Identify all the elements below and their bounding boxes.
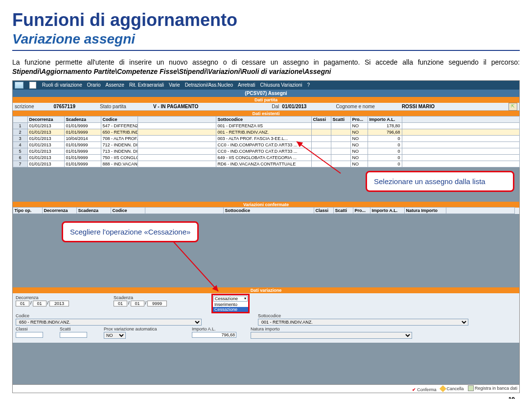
col-sottocodice: Sottocodice (216, 116, 312, 123)
iscrizione-label: scrizione (15, 104, 34, 109)
natura-label: Natura importo (251, 327, 309, 331)
app-window: Ruoli di variazione Orario Assenze Rit. … (12, 80, 520, 393)
cell-importo: 796,68 (368, 129, 402, 136)
natura-select[interactable] (251, 332, 412, 339)
page-title: Funzioni di aggiornamento (12, 10, 520, 30)
col2-natura: Natura Importo (404, 207, 446, 214)
conferma-button[interactable]: ✔Conferma (412, 387, 437, 392)
section-dati-variazione: Dati variazione (13, 287, 519, 293)
row-number: 7 (13, 161, 28, 167)
eraser-icon (439, 385, 446, 392)
row-number: 1 (13, 122, 28, 129)
decorrenza-day[interactable] (16, 301, 29, 306)
svg-line-1 (172, 240, 218, 291)
table-row[interactable]: 201/01/201301/01/9999650 - RETRIB.INDIV.… (13, 129, 519, 136)
window-icon (29, 82, 36, 89)
menu-item[interactable]: ? (307, 82, 310, 88)
importo-label: Importo A.L. (192, 327, 241, 331)
scadenza-day[interactable] (114, 301, 127, 306)
menu-item[interactable]: Detrazioni/Ass.Nucleo (185, 82, 233, 88)
check-icon: ✔ (412, 387, 416, 392)
divider (12, 50, 520, 51)
decorrenza-label: Decorrenza (16, 295, 104, 300)
tipo-op-option[interactable]: Cessazione (213, 307, 248, 312)
cell-importo: 0 (368, 141, 402, 148)
col2-sottocodice: Sottocodice (223, 207, 314, 214)
classi-label: Classi (16, 327, 50, 331)
stato-label: Stato partita (100, 104, 126, 109)
section-dati-partita: Dati partita (13, 97, 519, 103)
row-number: 4 (13, 141, 28, 148)
table-row[interactable]: 601/01/201301/01/9999750 - IIS CONGLOBAT… (13, 155, 519, 161)
scadenza-month[interactable] (131, 301, 144, 306)
col-blank (138, 116, 216, 123)
iscrizione-value: 07657119 (53, 104, 75, 109)
col2-tipoop: Tipo op. (13, 207, 43, 214)
col2-importo: Importo A.L. (370, 207, 405, 214)
col-scadenza: Scadenza (64, 116, 101, 123)
registra-button[interactable]: Registra in banca dati (468, 385, 517, 391)
table2-header: Tipo op. Decorrenza Scadenza Codice Sott… (13, 208, 519, 214)
decorrenza-year[interactable] (49, 301, 69, 306)
table-row[interactable]: 401/01/201301/01/9999712 - INDENN. DI CO… (13, 142, 519, 148)
prox-select[interactable]: NO (104, 332, 126, 339)
menu-item[interactable]: Rit. Extraerariali (129, 82, 164, 88)
menu-item[interactable]: Arretrati (238, 82, 255, 88)
window-title: (PCSV07) Assegni (13, 90, 519, 97)
row-number: 5 (13, 148, 28, 155)
callout-select-row: Selezionare un assegno dalla lista (366, 171, 514, 192)
table-row[interactable]: 501/01/201301/01/9999713 - INDENN. DI CO… (13, 148, 519, 155)
menu-item[interactable]: Orario (87, 82, 101, 88)
sottocodice-label: Sottocodice (258, 313, 468, 318)
callout-choose-cessazione: Scegliere l'operazione «Cessazione» (62, 221, 199, 242)
svg-line-0 (297, 141, 341, 173)
dal-value: 01/01/2013 (282, 104, 306, 109)
bottom-gray-area (13, 343, 519, 384)
col2-scatti: Scatti (333, 207, 353, 214)
scadenza-year[interactable] (147, 301, 167, 306)
footer-bar: ✔Conferma Cancella Registra in banca dat… (13, 384, 519, 393)
cell-importo: 0 (368, 135, 402, 142)
col2-blank (145, 207, 224, 214)
col2-classi: Classi (314, 207, 334, 214)
col2-scadenza: Scadenza (76, 207, 111, 214)
cancella-button[interactable]: Cancella (440, 386, 463, 391)
row-number: 3 (13, 135, 28, 142)
scatti-input[interactable] (60, 332, 87, 338)
col-codice: Codice (101, 116, 138, 123)
table1-header: Decorrenza Scadenza Codice Sottocodice C… (13, 117, 519, 123)
table-row[interactable]: 301/01/201310/04/2014708 - ALTA PROF. -E… (13, 136, 519, 142)
decorrenza-month[interactable] (33, 301, 46, 306)
cell-importo: 0 (368, 154, 402, 161)
col-scatti: Scatti (331, 116, 351, 123)
chevron-down-icon: ▾ (244, 296, 246, 301)
menu-item[interactable]: Ruoli di variazione (42, 82, 82, 88)
table-row[interactable]: 701/01/201301/01/9999888 - IND.VACANZA C… (13, 161, 519, 167)
stato-value: V - IN PAGAMENTO (153, 104, 198, 109)
col-pro: Pro... (350, 116, 368, 123)
menu-item[interactable]: Chiusura Variazioni (260, 82, 302, 88)
importo-input[interactable] (192, 332, 236, 338)
export-icon[interactable]: ⇱ (509, 103, 517, 111)
codice-select[interactable]: 650 - RETRIB.INDIV.ANZ. (16, 319, 202, 326)
dal-label: Dal (272, 104, 279, 109)
tipo-operazione-dropdown[interactable]: Cessazione ▾ Inserimento Cessazione (211, 294, 250, 313)
database-icon (468, 385, 474, 391)
tipo-op-selected: Cessazione (215, 296, 238, 301)
page-number: 19 (12, 396, 520, 399)
intro-paragraph: La funzione permette all'utente di inser… (12, 58, 520, 76)
menu-path: Stipendi\Aggiornamento Partite\Competenz… (12, 68, 331, 75)
menu-item[interactable]: Varie (169, 82, 180, 88)
page-subtitle: Variazione assegni (12, 31, 520, 47)
classi-input[interactable] (16, 332, 43, 338)
col2-decorrenza: Decorrenza (42, 207, 77, 214)
sottocodice-select[interactable]: 001 - RETRIB.INDIV.ANZ. (258, 319, 468, 326)
section-dati-esistenti: Dati esistenti (13, 111, 519, 117)
col-decorrenza: Decorrenza (27, 116, 65, 123)
col-blank2 (402, 116, 520, 123)
prox-label: Prox variazione automatica (104, 327, 182, 331)
tipo-op-option[interactable]: Inserimento (213, 302, 248, 307)
col2-pro: Pro... (353, 207, 370, 214)
table-row[interactable]: 101/01/201301/01/9999547 - DIFFERENZA II… (13, 123, 519, 129)
menu-item[interactable]: Assenze (106, 82, 124, 88)
